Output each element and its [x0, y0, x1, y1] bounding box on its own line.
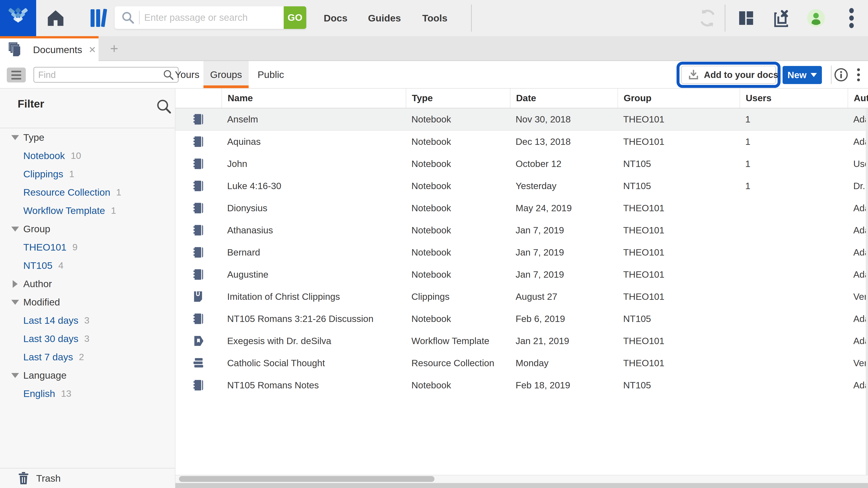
- sync-button[interactable]: [696, 0, 719, 36]
- documents-table: Name Type Date Group Users Aut AnselmNot…: [176, 89, 868, 488]
- filter-link[interactable]: Last 7 days: [23, 352, 73, 363]
- vertical-scrollbar[interactable]: [866, 108, 868, 475]
- sidebar-section-modified[interactable]: Modified: [0, 293, 176, 311]
- home-button[interactable]: [44, 0, 67, 36]
- notebook-icon: [192, 202, 205, 215]
- filter-item-last-30-days[interactable]: Last 30 days3: [0, 330, 176, 348]
- caret-down-icon[interactable]: [11, 373, 19, 378]
- filter-search-button[interactable]: [156, 98, 172, 114]
- notebook-icon: [192, 113, 205, 126]
- filter-link[interactable]: Resource Collection: [23, 187, 110, 198]
- passage-search-input[interactable]: [140, 7, 284, 28]
- doc-author: Ada: [848, 380, 868, 391]
- filter-link[interactable]: Last 14 days: [23, 315, 79, 326]
- account-button[interactable]: [805, 0, 827, 36]
- col-name[interactable]: Name: [221, 89, 406, 108]
- doc-date: Jan 21, 2019: [510, 336, 618, 346]
- tab-public[interactable]: Public: [255, 61, 287, 88]
- tab-groups[interactable]: Groups: [204, 61, 249, 88]
- panel-menu-button[interactable]: [7, 68, 26, 83]
- table-row[interactable]: JohnNotebookOctober 12NT1051Use: [176, 153, 868, 175]
- table-row[interactable]: AnselmNotebookNov 30, 2018THEO1011Ada: [176, 108, 868, 131]
- tab-documents[interactable]: Documents: [0, 36, 98, 61]
- table-row[interactable]: NT105 Romans 3:21-26 DiscussionNotebookF…: [176, 308, 868, 330]
- caret-right-icon[interactable]: [11, 280, 19, 288]
- doc-type-icon-cell: [176, 379, 221, 392]
- filter-link[interactable]: Notebook: [23, 150, 65, 161]
- table-row[interactable]: Catholic Social ThoughtResource Collecti…: [176, 352, 868, 374]
- filter-item-last-7-days[interactable]: Last 7 days2: [0, 348, 176, 366]
- filter-item-resource-collection[interactable]: Resource Collection1: [0, 183, 176, 201]
- tab-yours[interactable]: Yours: [173, 61, 202, 88]
- filter-item-last-14-days[interactable]: Last 14 days3: [0, 311, 176, 330]
- new-tab-button[interactable]: [106, 36, 122, 60]
- filter-item-workflow-template[interactable]: Workflow Template1: [0, 201, 176, 220]
- sidebar-section-language[interactable]: Language: [0, 366, 176, 385]
- filter-link[interactable]: English: [23, 388, 55, 399]
- home-icon: [45, 8, 66, 29]
- doc-type-icon-cell: [176, 357, 221, 369]
- col-type[interactable]: Type: [406, 89, 510, 108]
- sidebar-section-group[interactable]: Group: [0, 220, 176, 238]
- trash-button[interactable]: Trash: [0, 468, 176, 488]
- add-to-your-docs-button[interactable]: Add to your docs: [681, 66, 776, 84]
- doc-group: THEO101: [618, 114, 740, 125]
- filter-link[interactable]: Workflow Template: [23, 205, 105, 216]
- caret-down-icon[interactable]: [11, 227, 19, 232]
- topbar-divider-2: [725, 4, 725, 32]
- menu-guides[interactable]: Guides: [368, 0, 401, 36]
- filter-item-nt105[interactable]: NT1054: [0, 256, 176, 275]
- col-group[interactable]: Group: [618, 89, 740, 108]
- go-button[interactable]: GO: [284, 6, 306, 29]
- doc-author: Verb: [848, 358, 868, 368]
- add-to-your-docs-label: Add to your docs: [704, 70, 778, 80]
- table-row[interactable]: NT105 Romans NotesNotebookFeb 18, 2019NT…: [176, 374, 868, 396]
- sidebar-section-author[interactable]: Author: [0, 275, 176, 293]
- table-row[interactable]: BernardNotebookJan 7, 2019THEO101Ada: [176, 241, 868, 263]
- doc-type: Workflow Template: [406, 336, 510, 346]
- notebook-icon: [192, 379, 205, 392]
- doc-type: Notebook: [406, 203, 510, 214]
- doc-group: THEO101: [618, 247, 740, 258]
- filter-link[interactable]: Clippings: [23, 168, 63, 180]
- doc-group: THEO101: [618, 136, 740, 147]
- sync-icon: [697, 8, 718, 29]
- filter-link[interactable]: Last 30 days: [23, 333, 79, 344]
- app-menu-button[interactable]: [841, 0, 862, 36]
- doc-type: Resource Collection: [406, 358, 510, 368]
- filter-link[interactable]: NT105: [23, 260, 53, 271]
- layouts-button[interactable]: [735, 0, 757, 36]
- filter-item-theo101[interactable]: THEO1019: [0, 238, 176, 256]
- col-author[interactable]: Aut: [848, 89, 868, 108]
- table-row[interactable]: Exegesis with Dr. deSilvaWorkflow Templa…: [176, 330, 868, 352]
- close-icon[interactable]: [88, 45, 98, 55]
- close-all-panels-button[interactable]: [770, 0, 792, 36]
- horizontal-scrollbar-thumb[interactable]: [179, 476, 434, 482]
- col-users[interactable]: Users: [740, 89, 848, 108]
- caret-down-icon[interactable]: [11, 135, 19, 140]
- table-row[interactable]: Imitation of Christ ClippingsClippingsAu…: [176, 286, 868, 308]
- verbum-logo[interactable]: [0, 0, 36, 36]
- new-document-button[interactable]: New: [782, 66, 822, 84]
- doc-group: THEO101: [618, 336, 740, 346]
- find-input[interactable]: [34, 70, 162, 80]
- filter-link[interactable]: THEO101: [23, 242, 66, 253]
- library-button[interactable]: [87, 0, 110, 36]
- table-row[interactable]: AthanasiusNotebookJan 7, 2019THEO101Ada: [176, 219, 868, 241]
- menu-docs[interactable]: Docs: [324, 0, 347, 36]
- filter-item-notebook[interactable]: Notebook10: [0, 147, 176, 165]
- col-date[interactable]: Date: [510, 89, 618, 108]
- caret-down-icon[interactable]: [11, 300, 19, 305]
- table-row[interactable]: Luke 4:16-30NotebookYesterdayNT1051Dr. S: [176, 175, 868, 197]
- filter-item-clippings[interactable]: Clippings1: [0, 165, 176, 183]
- table-row[interactable]: AugustineNotebookJan 7, 2019THEO101Ada: [176, 263, 868, 286]
- filter-count: 1: [111, 205, 116, 216]
- table-row[interactable]: AquinasNotebookDec 13, 2018THEO1011Ada: [176, 131, 868, 153]
- panel-kebab-button[interactable]: [852, 67, 865, 83]
- info-button[interactable]: [833, 67, 849, 83]
- sidebar-section-type[interactable]: Type: [0, 128, 176, 147]
- menu-tools[interactable]: Tools: [422, 0, 447, 36]
- filter-item-english[interactable]: English13: [0, 385, 176, 403]
- section-label: Type: [23, 132, 44, 143]
- table-row[interactable]: DionysiusNotebookMay 24, 2019THEO101Ada: [176, 197, 868, 219]
